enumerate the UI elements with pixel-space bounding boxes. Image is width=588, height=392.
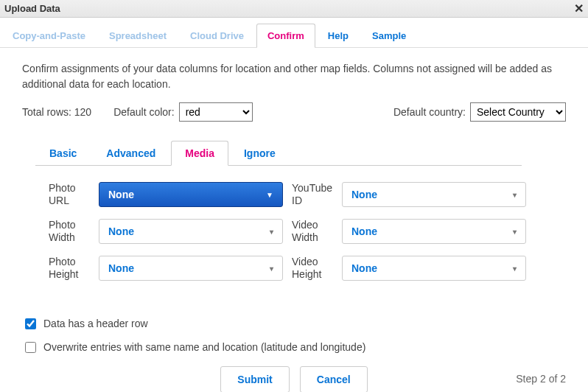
video-height-dropdown[interactable]: None ▾ [342, 256, 526, 281]
header-row-checkbox[interactable] [25, 318, 36, 329]
video-width-dropdown[interactable]: None ▾ [342, 219, 526, 244]
subtab-advanced[interactable]: Advanced [92, 141, 169, 166]
sub-tabs: Basic Advanced Media Ignore [35, 141, 522, 166]
action-buttons: Submit Cancel [22, 366, 566, 392]
photo-url-value: None [108, 189, 134, 200]
video-width-label: Video Width [292, 219, 333, 244]
cancel-button[interactable]: Cancel [300, 366, 368, 392]
tab-spreadsheet[interactable]: Spreadsheet [98, 24, 178, 47]
overwrite-label: Overwrite entries with same name and loc… [43, 341, 365, 353]
subtab-ignore[interactable]: Ignore [230, 141, 290, 166]
caret-down-icon: ▾ [513, 228, 517, 236]
tab-help[interactable]: Help [317, 24, 360, 47]
video-width-value: None [351, 225, 377, 237]
youtube-id-value: None [351, 189, 377, 200]
video-height-label: Video Height [292, 256, 333, 281]
default-country-label: Default country: [393, 106, 466, 118]
caret-down-icon: ▾ [513, 265, 517, 273]
youtube-id-dropdown[interactable]: None ▾ [342, 182, 526, 207]
caret-down-icon: ▾ [513, 191, 517, 199]
youtube-id-label: YouTube ID [292, 182, 333, 207]
photo-width-dropdown[interactable]: None ▾ [99, 219, 283, 244]
submit-button[interactable]: Submit [220, 366, 289, 392]
tab-cloud-drive[interactable]: Cloud Drive [179, 24, 255, 47]
tab-sample[interactable]: Sample [361, 24, 417, 47]
overwrite-checkbox[interactable] [25, 342, 36, 353]
photo-url-dropdown[interactable]: None ▼ [99, 182, 283, 207]
caret-down-icon: ▾ [270, 228, 273, 236]
summary-row: Total rows: 120 Default color: red Defau… [22, 102, 566, 122]
tab-copy-paste[interactable]: Copy-and-Paste [1, 24, 97, 47]
photo-height-label: Photo Height [49, 256, 90, 281]
window-title: Upload Data [4, 3, 60, 14]
step-indicator: Step 2 of 2 [516, 373, 566, 385]
default-country-select[interactable]: Select Country [470, 102, 566, 122]
media-fields: Photo URL None ▼ YouTube ID None ▾ Photo… [22, 166, 566, 300]
tab-confirm[interactable]: Confirm [256, 24, 315, 48]
header-row-option[interactable]: Data has a header row [25, 318, 566, 329]
confirm-panel: Confirm assignments of your data columns… [0, 48, 588, 392]
subtab-media[interactable]: Media [171, 141, 228, 166]
total-rows-label: Total rows: 120 [22, 106, 91, 118]
options-checkboxes: Data has a header row Overwrite entries … [25, 318, 566, 353]
caret-down-icon: ▼ [266, 191, 273, 199]
default-color-label: Default color: [113, 106, 174, 118]
default-color-select[interactable]: red [179, 102, 253, 122]
titlebar: Upload Data ✕ [0, 0, 588, 18]
instruction-text: Confirm assignments of your data columns… [22, 61, 566, 92]
close-icon[interactable]: ✕ [574, 1, 584, 15]
overwrite-option[interactable]: Overwrite entries with same name and loc… [25, 341, 566, 353]
photo-width-label: Photo Width [49, 219, 90, 244]
main-tabs: Copy-and-Paste Spreadsheet Cloud Drive C… [0, 18, 588, 48]
photo-height-dropdown[interactable]: None ▾ [99, 256, 283, 281]
video-height-value: None [351, 262, 377, 274]
photo-url-label: Photo URL [49, 182, 90, 207]
photo-height-value: None [108, 262, 134, 274]
header-row-label: Data has a header row [43, 318, 148, 329]
subtab-basic[interactable]: Basic [35, 141, 91, 166]
caret-down-icon: ▾ [270, 265, 273, 273]
photo-width-value: None [108, 225, 134, 237]
